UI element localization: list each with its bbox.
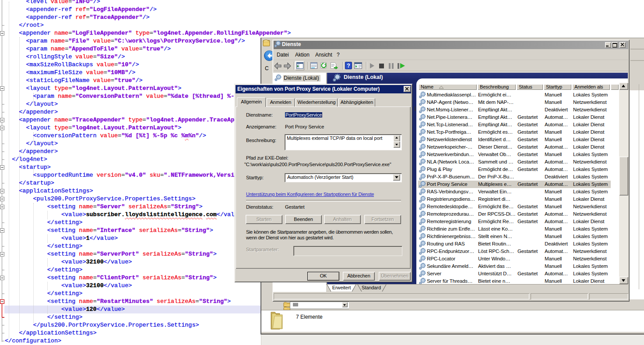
svg-text:?: ? bbox=[347, 62, 350, 69]
